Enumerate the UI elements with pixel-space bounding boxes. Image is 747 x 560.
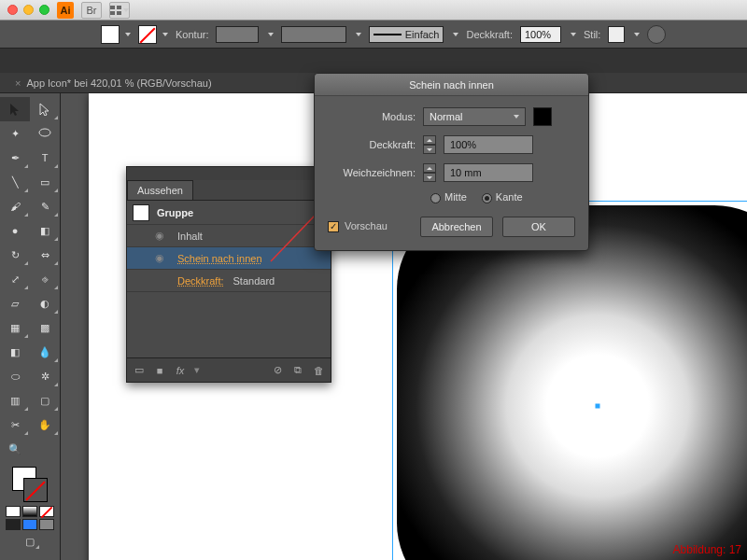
source-center-radio[interactable]: Mitte: [430, 191, 467, 203]
blur-stepper[interactable]: [423, 163, 436, 182]
free-transform-tool[interactable]: ▱: [0, 291, 30, 315]
appearance-tab[interactable]: Aussehen: [127, 180, 193, 200]
opacity-label: Deckkraft:: [466, 29, 513, 40]
chevron-down-icon: [571, 33, 576, 36]
arrange-documents-button[interactable]: [109, 2, 130, 19]
dialog-opacity-label: Deckkraft:: [328, 139, 416, 150]
visibility-toggle-icon[interactable]: ◉: [155, 252, 168, 264]
gradient-tool[interactable]: ◧: [0, 340, 30, 364]
cancel-button[interactable]: Abbrechen: [420, 217, 493, 237]
variable-width-profile[interactable]: [281, 26, 346, 43]
width-tool[interactable]: ⎆: [30, 267, 60, 291]
dialog-titlebar[interactable]: Schein nach innen: [315, 74, 588, 96]
draw-inside-button[interactable]: [39, 519, 54, 530]
source-edge-radio[interactable]: Kante: [482, 191, 523, 203]
figure-caption: Abbildung: 17: [673, 543, 741, 556]
add-stroke-button[interactable]: ▭: [133, 364, 146, 377]
glow-color-swatch[interactable]: [533, 107, 552, 126]
stroke-weight-field[interactable]: [216, 26, 259, 43]
window-maximize-button[interactable]: [39, 5, 49, 15]
reflect-tool[interactable]: ⇔: [30, 243, 60, 267]
fill-stroke-control[interactable]: [12, 467, 48, 502]
visibility-toggle-icon[interactable]: ◉: [155, 230, 168, 242]
direct-selection-tool[interactable]: [30, 97, 60, 121]
selection-tool[interactable]: [0, 97, 30, 121]
magic-wand-tool[interactable]: ✦: [0, 121, 30, 146]
window-close-button[interactable]: [7, 5, 18, 15]
panel-header[interactable]: ×: [127, 167, 331, 180]
blend-tool[interactable]: ⬭: [0, 364, 30, 388]
blur-label: Weichzeichnen:: [328, 167, 416, 178]
color-mode-button[interactable]: [6, 506, 21, 517]
gradient-mode-button[interactable]: [22, 506, 37, 517]
selection-bounding-box: [392, 201, 747, 560]
symbol-sprayer-tool[interactable]: ✲: [30, 364, 60, 388]
pencil-tool[interactable]: ✎: [30, 194, 60, 218]
svg-rect-3: [117, 11, 121, 15]
none-mode-button[interactable]: [39, 506, 54, 517]
chevron-down-icon: [162, 33, 168, 36]
fill-swatch[interactable]: [101, 25, 120, 44]
opacity-input[interactable]: 100%: [444, 135, 533, 154]
app-badge: Ai: [57, 2, 74, 19]
brush-definition[interactable]: Einfach: [369, 26, 444, 43]
opacity-link[interactable]: Deckkraft:: [177, 275, 224, 287]
control-bar: Kontur: Einfach Deckkraft: 100% Stil:: [0, 21, 747, 49]
appearance-target-label: Gruppe: [157, 207, 193, 218]
paintbrush-tool[interactable]: 🖌: [0, 194, 30, 218]
add-fill-button[interactable]: ■: [153, 364, 166, 377]
opacity-field[interactable]: 100%: [520, 26, 561, 43]
appearance-row-contents[interactable]: ◉ Inhalt: [127, 225, 331, 247]
document-tab[interactable]: × App Icon* bei 420,01 % (RGB/Vorschau): [7, 77, 219, 89]
recolor-artwork-button[interactable]: [647, 25, 666, 44]
blend-mode-select[interactable]: Normal: [423, 107, 526, 126]
screen-mode-button[interactable]: ▢: [19, 532, 41, 551]
slice-tool[interactable]: ✂: [0, 413, 30, 437]
appearance-panel-footer: ▭ ■ fx ▾ ⊘ ⧉ 🗑: [127, 357, 331, 382]
preview-checkbox[interactable]: ✓Vorschau: [328, 220, 388, 232]
svg-point-4: [39, 129, 50, 136]
appearance-row-opacity[interactable]: Deckkraft: Standard: [127, 270, 331, 292]
hand-tool[interactable]: ✋: [30, 413, 60, 437]
opacity-stepper[interactable]: [423, 135, 436, 154]
effect-link[interactable]: Schein nach innen: [177, 253, 262, 264]
zoom-tool[interactable]: 🔍: [0, 437, 30, 461]
eyedropper-tool[interactable]: 💧: [30, 340, 60, 364]
window-minimize-button[interactable]: [23, 5, 34, 15]
eraser-tool[interactable]: ◧: [30, 218, 60, 243]
chevron-down-icon: [123, 8, 129, 12]
svg-rect-0: [110, 6, 115, 9]
window-titlebar: Ai Br: [0, 0, 747, 21]
blob-brush-tool[interactable]: ●: [0, 218, 30, 243]
pen-tool[interactable]: ✒: [0, 146, 30, 170]
mesh-tool[interactable]: ▩: [30, 315, 60, 340]
shape-builder-tool[interactable]: ◐: [30, 291, 60, 315]
type-tool[interactable]: T: [30, 146, 60, 170]
add-effect-button[interactable]: fx: [174, 364, 187, 377]
blur-input[interactable]: 10 mm: [444, 163, 533, 182]
scale-tool[interactable]: ⤢: [0, 267, 30, 291]
stroke-swatch[interactable]: [138, 25, 157, 44]
rotate-tool[interactable]: ↻: [0, 243, 30, 267]
ok-button[interactable]: OK: [502, 217, 575, 237]
clear-appearance-button[interactable]: ⊘: [271, 364, 284, 377]
svg-rect-2: [110, 11, 115, 15]
artboard-tool[interactable]: ▢: [30, 388, 60, 413]
perspective-grid-tool[interactable]: ▦: [0, 315, 30, 340]
draw-normal-button[interactable]: [6, 519, 21, 530]
draw-behind-button[interactable]: [22, 519, 37, 530]
inner-glow-dialog: Schein nach innen Modus: Normal Deckkraf…: [314, 73, 589, 251]
lasso-tool[interactable]: [30, 121, 60, 146]
opacity-value-label: Standard: [233, 275, 275, 287]
tab-close-button[interactable]: ×: [15, 77, 21, 89]
appearance-row-inner-glow[interactable]: ◉ Schein nach innen: [127, 247, 331, 270]
line-tool[interactable]: ╲: [0, 170, 30, 194]
rectangle-tool[interactable]: ▭: [30, 170, 60, 194]
column-graph-tool[interactable]: ▥: [0, 388, 30, 413]
appearance-target-row[interactable]: Gruppe: [127, 201, 331, 225]
delete-item-button[interactable]: 🗑: [312, 364, 325, 377]
traffic-lights: [7, 5, 49, 15]
graphic-style-swatch[interactable]: [608, 26, 625, 43]
bridge-button[interactable]: Br: [81, 2, 102, 19]
duplicate-item-button[interactable]: ⧉: [291, 364, 304, 377]
